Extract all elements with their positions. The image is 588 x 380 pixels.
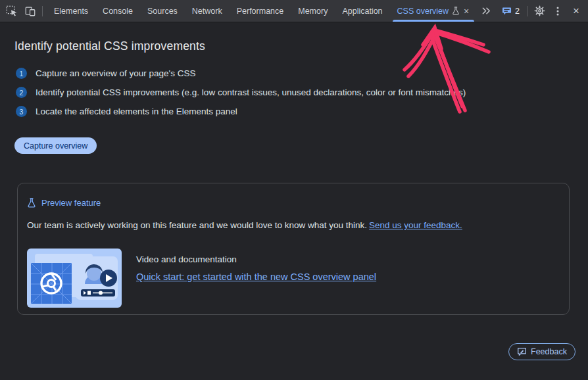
step-text: Locate the affected elements in the Elem…: [36, 107, 237, 116]
step-number-badge: 2: [16, 87, 27, 98]
toolbar-separator: [527, 6, 527, 16]
preview-feature-description: Our team is actively working on this fea…: [27, 220, 462, 230]
tab-memory[interactable]: Memory: [291, 0, 335, 22]
annotation-arrow: [391, 14, 503, 118]
feedback-icon: [517, 347, 527, 356]
issues-bubble-icon: [502, 7, 512, 16]
devtools-window: Elements Console Sources Network Perform…: [0, 0, 588, 380]
close-tab-icon[interactable]: ×: [463, 7, 470, 16]
issues-counter[interactable]: 2: [497, 0, 524, 22]
preview-feature-card: Preview feature Our team is actively wor…: [17, 183, 570, 315]
preview-feature-header: Preview feature: [27, 198, 101, 208]
preview-feature-label: Preview feature: [41, 198, 101, 208]
tab-network[interactable]: Network: [185, 0, 230, 22]
send-feedback-link[interactable]: Send us your feedback.: [369, 220, 462, 230]
step-number-badge: 3: [16, 106, 27, 117]
issues-count: 2: [515, 7, 520, 16]
settings-gear-icon[interactable]: [530, 0, 549, 22]
tab-performance[interactable]: Performance: [230, 0, 291, 22]
step-text: Identify potential CSS improvements (e.g…: [36, 87, 466, 97]
description-text: Our team is actively working on this fea…: [27, 220, 367, 230]
toolbar-separator: [42, 6, 43, 16]
inspect-element-icon[interactable]: [3, 0, 21, 22]
step-row-1: 1 Capture an overview of your page's CSS: [16, 68, 195, 79]
tab-elements[interactable]: Elements: [47, 0, 95, 22]
tab-sources[interactable]: Sources: [140, 0, 185, 22]
panel-tabs: Elements Console Sources Network Perform…: [47, 0, 477, 22]
step-row-2: 2 Identify potential CSS improvements (e…: [16, 87, 466, 98]
kebab-menu-icon[interactable]: [549, 0, 567, 22]
tab-css-overview-label: CSS overview: [397, 7, 449, 16]
step-number-badge: 1: [16, 68, 27, 79]
tab-css-overview[interactable]: CSS overview ×: [390, 0, 478, 22]
devtools-toolbar: Elements Console Sources Network Perform…: [0, 0, 588, 22]
close-devtools-icon[interactable]: ×: [567, 0, 585, 22]
step-row-3: 3 Locate the affected elements in the El…: [16, 106, 237, 117]
video-thumbnail[interactable]: [27, 249, 122, 308]
device-toolbar-icon[interactable]: [21, 0, 39, 22]
close-devtools-glyph: ×: [573, 5, 579, 16]
tab-application[interactable]: Application: [335, 0, 389, 22]
beaker-icon: [452, 7, 460, 15]
quick-start-link[interactable]: Quick start: get started with the new CS…: [136, 272, 376, 282]
capture-overview-button[interactable]: Capture overview: [14, 137, 97, 154]
feedback-button[interactable]: Feedback: [508, 343, 576, 360]
page-title: Identify potential CSS improvements: [14, 39, 205, 53]
toolbar-right-controls: 2: [497, 0, 588, 22]
tab-console[interactable]: Console: [95, 0, 140, 22]
video-documentation-label: Video and documentation: [136, 254, 237, 264]
more-tabs-icon[interactable]: [477, 0, 495, 22]
feedback-button-label: Feedback: [531, 347, 567, 356]
beaker-icon: [27, 198, 36, 208]
step-text: Capture an overview of your page's CSS: [36, 68, 195, 78]
